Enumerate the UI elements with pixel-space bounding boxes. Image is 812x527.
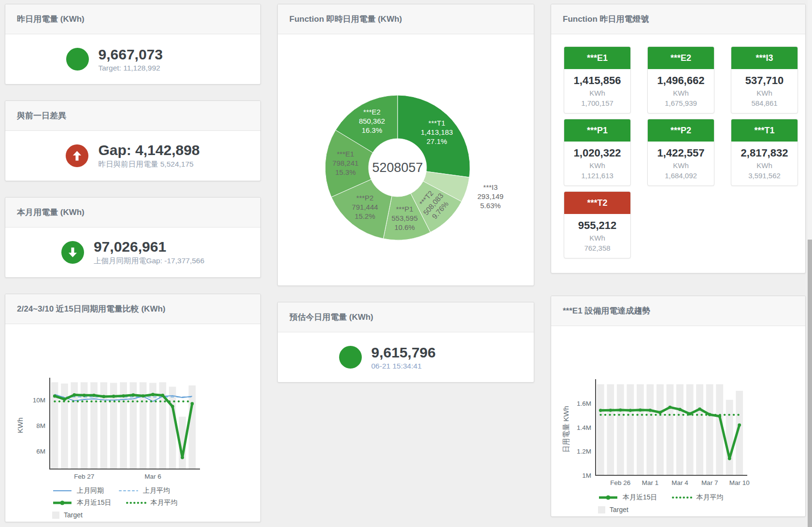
panel-light-board: Function 昨日用電燈號 ***E11,415,856KWh1,700,1… bbox=[551, 4, 806, 273]
legend-label: 本月平均 bbox=[151, 499, 178, 507]
series-marker bbox=[639, 408, 642, 412]
series-marker bbox=[72, 393, 76, 397]
series-marker bbox=[678, 408, 682, 411]
legend-line-swatch bbox=[672, 495, 692, 500]
legend-item[interactable]: 上月平均 bbox=[118, 486, 170, 495]
tile-value: 1,415,856 bbox=[564, 74, 630, 87]
panel-yesterday-usage: 昨日用電量 (KWh) 9,667,073 Target: 11,128,992 bbox=[5, 4, 261, 85]
legend-item[interactable]: 上月同期 bbox=[52, 486, 104, 495]
scrollbar-track[interactable] bbox=[808, 0, 812, 527]
legend-label: 本月近15日 bbox=[77, 499, 112, 507]
tile-unit: KWh bbox=[648, 161, 714, 170]
series-marker bbox=[658, 411, 662, 414]
panel-title[interactable]: 本月用電量 (KWh) bbox=[5, 198, 260, 228]
trend-chart-body: 1M1.2M1.4M1.6MFeb 26Mar 1Mar 4Mar 7Mar 1… bbox=[551, 326, 805, 515]
trend-chart-legend: 本月近15日本月平均Target bbox=[598, 492, 805, 515]
tile-body: 955,212KWh762,358 bbox=[564, 214, 630, 258]
y-tick-label: 1.4M bbox=[577, 424, 591, 431]
legend-item[interactable]: 本月平均 bbox=[126, 499, 178, 507]
middle-column: Function 即時日用電量 (KWh) ***T11,413,18327.1… bbox=[277, 4, 534, 522]
stat-body: Gap: 4,142,898 昨日與前日用電量 5,524,175 bbox=[5, 131, 260, 181]
stat-body: 9,667,073 Target: 11,128,992 bbox=[5, 34, 260, 84]
legend-line-swatch bbox=[52, 488, 72, 494]
tile-body: 1,496,662KWh1,675,939 bbox=[648, 69, 714, 113]
tile-body: 2,817,832KWh3,591,562 bbox=[731, 142, 798, 185]
device-tile: ***P11,020,322KWh1,121,613 bbox=[564, 119, 631, 186]
tile-status-header: ***T2 bbox=[564, 192, 630, 214]
target-bar bbox=[676, 385, 684, 476]
stat-value: 9,667,073 bbox=[99, 46, 200, 62]
tile-unit: KWh bbox=[564, 161, 630, 170]
series-marker bbox=[112, 395, 115, 398]
panel-title[interactable]: 2/24~3/10 近15日同期用電量比較 (KWh) bbox=[5, 294, 260, 324]
series-marker bbox=[629, 409, 632, 412]
stat-value: 9,615,796 bbox=[371, 344, 473, 360]
left-column: 昨日用電量 (KWh) 9,667,073 Target: 11,128,992… bbox=[5, 4, 261, 522]
status-circle-icon bbox=[339, 346, 362, 369]
legend-item[interactable]: 本月平均 bbox=[672, 493, 724, 502]
legend-item[interactable]: Target bbox=[52, 511, 83, 519]
target-bar bbox=[627, 385, 634, 476]
tile-value: 537,710 bbox=[731, 74, 798, 87]
arrow-up-icon bbox=[66, 144, 88, 167]
x-tick-label: Mar 7 bbox=[701, 479, 718, 486]
panel-title[interactable]: ***E1 設備用電達成趨勢 bbox=[551, 296, 805, 326]
tile-body: 1,422,557KWh1,684,092 bbox=[648, 142, 714, 185]
panel-title[interactable]: 預估今日用電量 (KWh) bbox=[278, 302, 534, 332]
donut-slice-label: ***I3293,1495.63% bbox=[477, 183, 503, 210]
panel-title[interactable]: 昨日用電量 (KWh) bbox=[5, 4, 260, 34]
series-marker bbox=[738, 423, 741, 427]
legend-item[interactable]: Target bbox=[598, 506, 628, 513]
right-column: Function 昨日用電燈號 ***E11,415,856KWh1,700,1… bbox=[551, 4, 806, 522]
panel-title[interactable]: Function 即時日用電量 (KWh) bbox=[278, 4, 534, 34]
tile-status-header: ***T1 bbox=[731, 119, 798, 142]
series-marker bbox=[669, 406, 672, 409]
donut-chart-body: ***T11,413,18327.1%***I3293,1495.63%***T… bbox=[278, 34, 534, 285]
target-bar bbox=[189, 385, 196, 469]
series-marker bbox=[609, 409, 612, 412]
y-tick-label: 8M bbox=[36, 422, 45, 429]
series-marker bbox=[63, 398, 66, 401]
tile-value: 1,496,662 bbox=[648, 74, 714, 87]
y-tick-label: 6M bbox=[36, 448, 45, 455]
tile-target-value: 1,684,092 bbox=[648, 171, 714, 180]
tile-value: 2,817,832 bbox=[731, 147, 798, 159]
series-marker bbox=[151, 393, 155, 396]
series-marker bbox=[171, 405, 174, 408]
x-tick-label: Feb 26 bbox=[610, 479, 630, 486]
stat-subtitle: 昨日與前日用電量 5,524,175 bbox=[98, 159, 199, 170]
panel-title[interactable]: 與前一日差異 bbox=[5, 101, 260, 131]
scrollbar-thumb[interactable] bbox=[808, 240, 812, 527]
panel-title[interactable]: Function 昨日用電燈號 bbox=[551, 4, 805, 34]
y-tick-label: 1M bbox=[582, 472, 591, 479]
stat-body: 9,615,796 06-21 15:34:41 bbox=[278, 332, 534, 382]
series-marker bbox=[649, 409, 652, 412]
series-marker bbox=[142, 394, 145, 398]
series-marker bbox=[53, 395, 57, 398]
trend-line-chart: 1M1.2M1.4M1.6MFeb 26Mar 1Mar 4Mar 7Mar 1… bbox=[551, 326, 805, 490]
series-marker bbox=[688, 412, 692, 415]
stat-value: Gap: 4,142,898 bbox=[98, 142, 199, 158]
legend-label: 上月平均 bbox=[143, 486, 170, 495]
series-marker bbox=[190, 402, 194, 405]
target-bar bbox=[597, 385, 604, 476]
tile-unit: KWh bbox=[731, 89, 798, 97]
target-bar bbox=[169, 387, 176, 469]
tile-body: 1,020,322KWh1,121,613 bbox=[564, 142, 630, 185]
x-tick-label: Mar 1 bbox=[642, 479, 659, 486]
target-bar bbox=[726, 400, 733, 475]
device-tile: ***E11,415,856KWh1,700,157 bbox=[564, 46, 631, 114]
series-marker bbox=[181, 456, 184, 459]
series-marker bbox=[92, 394, 96, 397]
legend-item[interactable]: 本月近15日 bbox=[598, 493, 657, 502]
legend-square-swatch bbox=[598, 506, 605, 513]
panel-month-usage: 本月用電量 (KWh) 97,026,961 上個月同期用電Gap: -17,3… bbox=[5, 197, 261, 278]
target-bar bbox=[647, 385, 654, 476]
tile-target-value: 1,700,157 bbox=[564, 99, 630, 107]
x-tick-label: Mar 10 bbox=[729, 479, 750, 486]
tile-unit: KWh bbox=[731, 161, 798, 170]
legend-item[interactable]: 本月近15日 bbox=[52, 499, 112, 507]
panel-realtime-donut: Function 即時日用電量 (KWh) ***T11,413,18327.1… bbox=[277, 4, 534, 286]
device-tile: ***E21,496,662KWh1,675,939 bbox=[647, 46, 714, 114]
series-marker bbox=[83, 394, 86, 397]
